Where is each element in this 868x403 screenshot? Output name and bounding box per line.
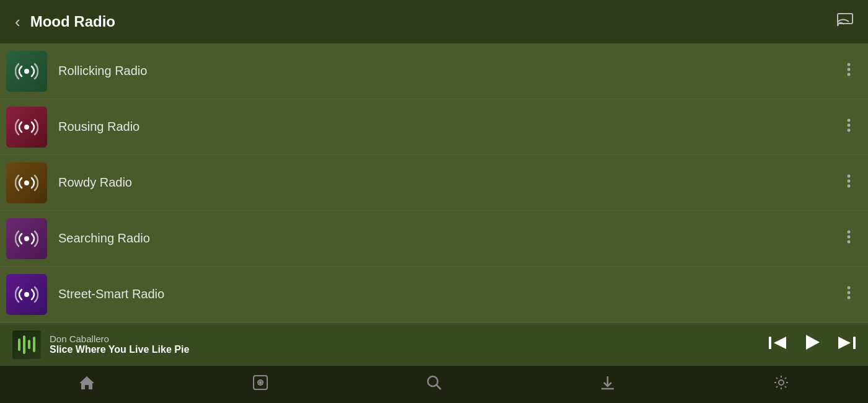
now-playing-info: Don Caballero Slice Where You Live Like … xyxy=(50,334,769,355)
svg-point-5 xyxy=(848,73,851,76)
nav-music[interactable] xyxy=(240,371,281,398)
svg-marker-27 xyxy=(79,376,94,389)
item-more-rollicking[interactable] xyxy=(842,58,856,85)
svg-point-17 xyxy=(848,240,851,243)
svg-point-20 xyxy=(848,291,851,294)
svg-point-31 xyxy=(428,376,438,386)
radio-list: Rollicking Radio Rousing Radio Rowdy Rad… xyxy=(0,43,868,322)
list-item-street-smart[interactable]: Street-Smart Radio xyxy=(0,267,868,322)
bottom-navigation xyxy=(0,366,868,403)
download-icon xyxy=(600,374,616,394)
thumbnail-street-smart xyxy=(6,274,47,315)
previous-button[interactable] xyxy=(769,335,786,354)
svg-point-35 xyxy=(779,380,784,385)
music-icon xyxy=(252,374,268,394)
svg-point-16 xyxy=(848,235,851,238)
svg-rect-22 xyxy=(769,337,771,349)
svg-point-18 xyxy=(24,292,29,297)
svg-point-14 xyxy=(24,236,29,241)
svg-marker-24 xyxy=(806,335,820,350)
radio-wave-icon xyxy=(15,117,38,137)
svg-rect-25 xyxy=(853,337,856,349)
svg-marker-26 xyxy=(838,337,851,349)
thumbnail-rollicking xyxy=(6,51,47,92)
search-icon xyxy=(426,374,442,394)
radio-wave-icon xyxy=(15,61,38,81)
radio-wave-icon xyxy=(15,173,38,193)
item-label-rowdy: Rowdy Radio xyxy=(58,175,842,190)
now-playing-bar: Don Caballero Slice Where You Live Like … xyxy=(0,322,868,366)
svg-point-21 xyxy=(848,296,851,299)
svg-point-13 xyxy=(848,184,851,187)
now-playing-track: Slice Where You Live Like Pie xyxy=(50,344,769,355)
nav-download[interactable] xyxy=(587,371,628,398)
list-item-rousing[interactable]: Rousing Radio xyxy=(0,99,868,155)
list-item-searching[interactable]: Searching Radio xyxy=(0,211,868,267)
svg-point-9 xyxy=(848,128,851,131)
now-playing-artist: Don Caballero xyxy=(50,334,769,344)
header-left: ‹ Mood Radio xyxy=(15,13,115,30)
nav-home[interactable] xyxy=(66,371,107,397)
svg-point-10 xyxy=(24,180,29,185)
radio-wave-icon xyxy=(15,285,38,304)
item-more-searching[interactable] xyxy=(842,225,856,252)
radio-wave-icon xyxy=(15,229,38,249)
svg-point-4 xyxy=(848,68,851,71)
svg-line-32 xyxy=(436,385,441,389)
next-button[interactable] xyxy=(838,335,856,354)
svg-point-15 xyxy=(848,230,851,233)
item-label-rousing: Rousing Radio xyxy=(58,120,842,134)
svg-point-3 xyxy=(848,63,851,66)
svg-rect-0 xyxy=(838,14,852,24)
back-button[interactable]: ‹ xyxy=(15,14,20,30)
svg-point-30 xyxy=(260,382,262,384)
thumbnail-rousing xyxy=(6,107,47,148)
item-more-rowdy[interactable] xyxy=(842,169,856,197)
item-label-rollicking: Rollicking Radio xyxy=(58,64,842,78)
nav-settings[interactable] xyxy=(761,371,802,398)
cast-icon[interactable] xyxy=(837,13,853,30)
header: ‹ Mood Radio xyxy=(0,0,868,43)
nav-search[interactable] xyxy=(414,371,454,398)
item-label-searching: Searching Radio xyxy=(58,231,842,246)
svg-point-2 xyxy=(24,69,29,74)
list-item-rowdy[interactable]: Rowdy Radio xyxy=(0,155,868,211)
svg-marker-23 xyxy=(774,337,786,349)
svg-point-19 xyxy=(848,286,851,289)
settings-icon xyxy=(773,374,789,394)
svg-point-12 xyxy=(848,179,851,182)
svg-point-11 xyxy=(848,174,851,177)
item-more-street-smart[interactable] xyxy=(842,281,856,308)
now-playing-thumbnail xyxy=(12,330,41,359)
item-more-rousing[interactable] xyxy=(842,113,856,141)
svg-point-7 xyxy=(848,118,851,122)
play-button[interactable] xyxy=(804,334,821,355)
item-label-street-smart: Street-Smart Radio xyxy=(58,287,842,301)
list-item-rollicking[interactable]: Rollicking Radio xyxy=(0,43,868,99)
playback-controls xyxy=(769,334,856,355)
svg-point-8 xyxy=(848,123,851,126)
thumbnail-rowdy xyxy=(6,162,47,203)
home-icon xyxy=(79,375,95,394)
thumbnail-searching xyxy=(6,218,47,259)
svg-point-6 xyxy=(24,125,29,130)
page-title: Mood Radio xyxy=(30,13,115,30)
